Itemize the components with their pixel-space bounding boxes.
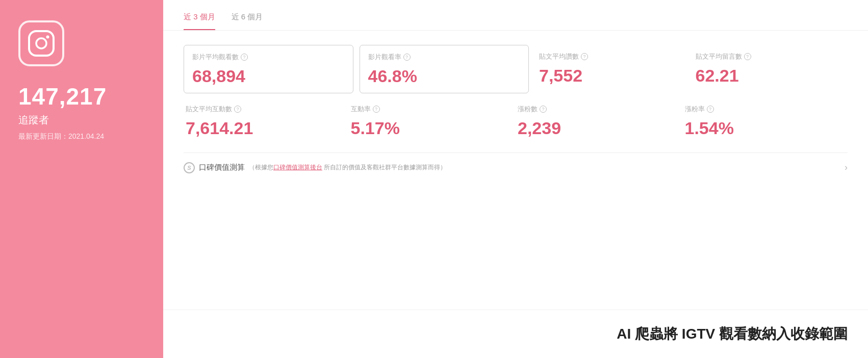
metric-value-engagement-rate: 5.17%	[351, 119, 514, 138]
metric-value-avg-engagement: 7,614.21	[186, 119, 349, 138]
svg-point-1	[36, 38, 46, 48]
tab-6months[interactable]: 近 6 個月	[232, 12, 263, 30]
metric-video-avg-views: 影片平均觀看數 ? 68,894	[184, 45, 353, 93]
info-icon-avg-likes[interactable]: ?	[581, 53, 588, 60]
metric-value-avg-likes: 7,552	[539, 66, 692, 85]
metric-avg-likes: 貼文平均讚數 ? 7,552	[535, 45, 692, 93]
metric-label-avg-likes: 貼文平均讚數 ?	[539, 52, 692, 61]
metric-follower-growth: 漲粉數 ? 2,239	[514, 97, 681, 145]
info-icon-avg-comments[interactable]: ?	[744, 53, 751, 60]
metric-label-avg-engagement: 貼文平均互動數 ?	[186, 105, 349, 114]
info-icon-video-view-rate[interactable]: ?	[403, 54, 411, 61]
follower-label: 追蹤者	[18, 113, 49, 127]
metric-avg-comments: 貼文平均留言數 ? 62.21	[692, 45, 848, 93]
left-panel: 147,217 追蹤者 最新更新日期：2021.04.24	[0, 0, 163, 358]
coin-icon: S	[184, 162, 195, 173]
instagram-logo	[18, 20, 64, 66]
word-of-mouth-section: S 口碑價值測算 （根據您口碑價值測算後台 所自訂的價值及客觀社群平台數據測算而…	[184, 152, 848, 183]
metric-value-avg-comments: 62.21	[696, 66, 848, 85]
metric-value-video-avg-views: 68,894	[192, 67, 345, 86]
metric-avg-engagement: 貼文平均互動數 ? 7,614.21	[184, 97, 349, 145]
info-icon-follower-growth[interactable]: ?	[540, 106, 547, 113]
metric-label-video-view-rate: 影片觀看率 ?	[368, 53, 521, 62]
metric-engagement-rate: 互動率 ? 5.17%	[349, 97, 514, 145]
metric-value-follower-growth: 2,239	[518, 119, 681, 138]
right-panel: 近 3 個月 近 6 個月 影片平均觀看數 ? 68,894 影片觀看率 ? 4…	[163, 0, 868, 358]
tab-3months[interactable]: 近 3 個月	[184, 12, 215, 30]
info-icon-avg-engagement[interactable]: ?	[234, 106, 241, 113]
update-date: 最新更新日期：2021.04.24	[18, 132, 104, 141]
info-icon-video-avg-views[interactable]: ?	[241, 54, 248, 61]
tabs-row: 近 3 個月 近 6 個月	[163, 0, 868, 31]
wom-desc: （根據您口碑價值測算後台 所自訂的價值及客觀社群平台數據測算而得）	[249, 163, 446, 172]
info-icon-follower-growth-rate[interactable]: ?	[707, 106, 714, 113]
bottom-banner: AI 爬蟲將 IGTV 觀看數納入收錄範圍	[163, 310, 868, 358]
wom-left: S 口碑價值測算 （根據您口碑價值測算後台 所自訂的價值及客觀社群平台數據測算而…	[184, 162, 446, 173]
info-icon-engagement-rate[interactable]: ?	[373, 106, 380, 113]
metric-follower-growth-rate: 漲粉率 ? 1.54%	[681, 97, 848, 145]
metrics-section: 影片平均觀看數 ? 68,894 影片觀看率 ? 46.8% 貼文平均讚數 ?	[163, 31, 868, 150]
metric-label-video-avg-views: 影片平均觀看數 ?	[192, 53, 345, 62]
wom-link[interactable]: 口碑價值測算後台	[273, 164, 322, 171]
metric-value-follower-growth-rate: 1.54%	[685, 119, 848, 138]
instagram-icon	[27, 29, 56, 58]
metric-label-follower-growth-rate: 漲粉率 ?	[685, 105, 848, 114]
metric-label-engagement-rate: 互動率 ?	[351, 105, 514, 114]
svg-rect-0	[29, 31, 54, 56]
metric-video-view-rate: 影片觀看率 ? 46.8%	[360, 45, 529, 93]
chevron-right-icon[interactable]: ›	[845, 162, 848, 173]
metrics-row-top: 影片平均觀看數 ? 68,894 影片觀看率 ? 46.8% 貼文平均讚數 ?	[184, 45, 848, 93]
metric-value-video-view-rate: 46.8%	[368, 67, 521, 86]
bottom-banner-text: AI 爬蟲將 IGTV 觀看數納入收錄範圍	[617, 324, 848, 344]
svg-point-2	[46, 36, 49, 39]
metric-label-avg-comments: 貼文平均留言數 ?	[696, 52, 848, 61]
metric-label-follower-growth: 漲粉數 ?	[518, 105, 681, 114]
wom-title: 口碑價值測算	[199, 163, 245, 172]
follower-count: 147,217	[18, 83, 107, 110]
metrics-row-bottom: 貼文平均互動數 ? 7,614.21 互動率 ? 5.17% 漲粉數 ? 2,2…	[184, 97, 848, 145]
